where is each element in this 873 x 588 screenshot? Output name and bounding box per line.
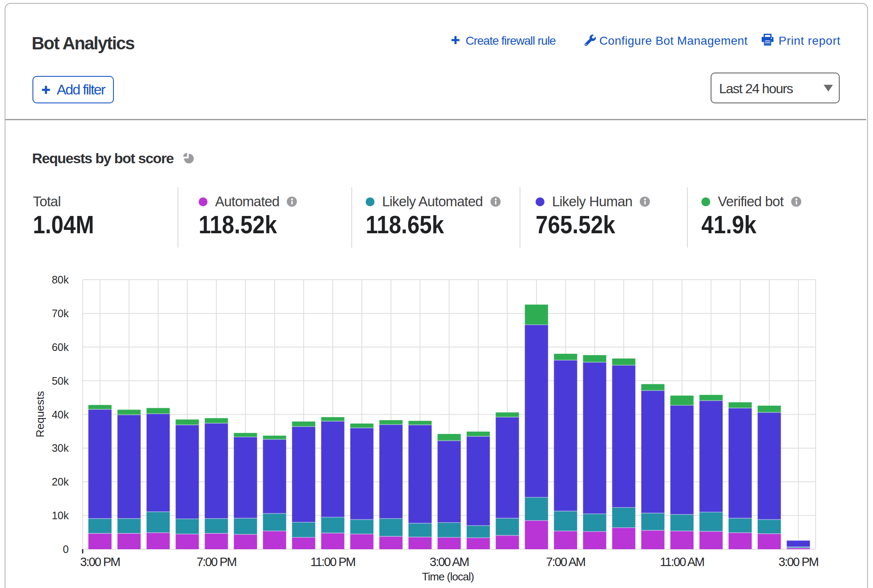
svg-text:Time (local): Time (local) xyxy=(422,570,474,583)
svg-text:70k: 70k xyxy=(52,307,69,319)
svg-text:7:00 PM: 7:00 PM xyxy=(197,555,236,569)
svg-text:30k: 30k xyxy=(52,442,69,454)
svg-text:3:00 PM: 3:00 PM xyxy=(80,555,120,569)
svg-text:11:00 AM: 11:00 AM xyxy=(660,555,704,569)
svg-text:11:00 PM: 11:00 PM xyxy=(310,555,355,569)
svg-text:20k: 20k xyxy=(52,476,69,488)
svg-text:60k: 60k xyxy=(52,341,69,353)
svg-text:10k: 10k xyxy=(52,510,69,521)
svg-text:0: 0 xyxy=(63,543,69,555)
svg-text:80k: 80k xyxy=(52,274,69,286)
svg-text:Requests: Requests xyxy=(34,391,46,437)
svg-text:3:00 AM: 3:00 AM xyxy=(430,555,469,569)
svg-text:40k: 40k xyxy=(52,409,69,421)
svg-text:50k: 50k xyxy=(52,375,69,387)
svg-text:3:00 PM: 3:00 PM xyxy=(779,555,818,569)
svg-text:7:00 AM: 7:00 AM xyxy=(546,555,585,569)
